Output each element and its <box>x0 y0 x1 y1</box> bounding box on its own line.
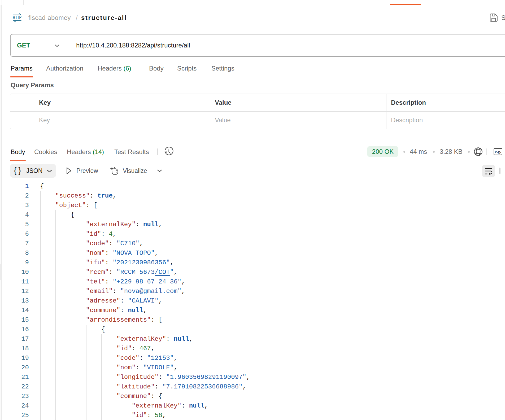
svg-text:HTTP: HTTP <box>13 15 21 20</box>
